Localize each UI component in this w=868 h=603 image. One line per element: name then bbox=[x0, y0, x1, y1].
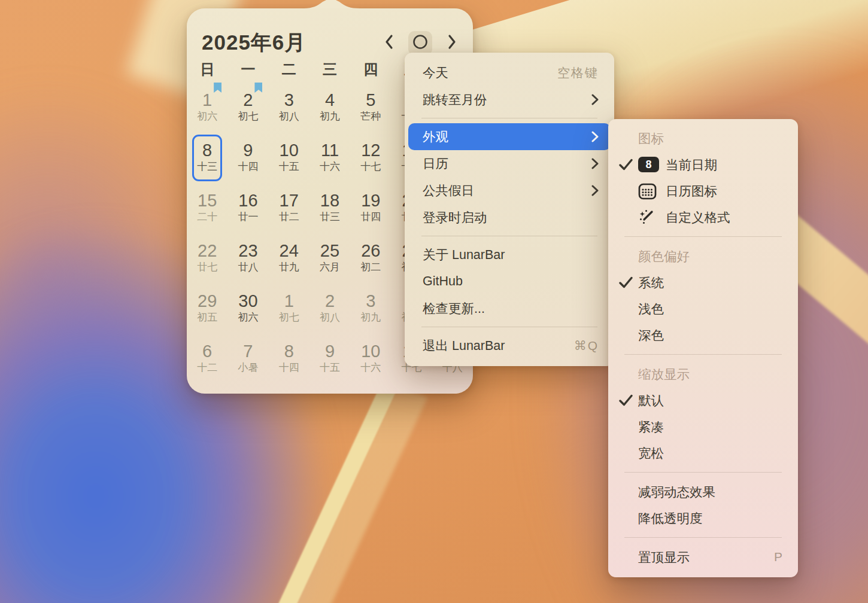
submenu-item-compact[interactable]: 紧凑 bbox=[608, 413, 798, 440]
date-cell[interactable]: 8十三 bbox=[187, 132, 227, 182]
prev-month-button[interactable] bbox=[377, 31, 400, 55]
lunar-label: 十四 bbox=[279, 361, 299, 374]
date-cell[interactable]: 4初九 bbox=[309, 81, 350, 132]
menu-item-label: 退出 LunarBar bbox=[423, 337, 574, 354]
submenu-item-label: 置顶显示 bbox=[638, 549, 774, 566]
checkmark-icon bbox=[619, 159, 638, 170]
menu-item-github[interactable]: GitHub bbox=[405, 268, 614, 295]
submenu-item-reduce-motion[interactable]: 减弱动态效果 bbox=[608, 479, 798, 505]
date-cell[interactable]: 24廿九 bbox=[269, 232, 309, 282]
weekday-header: 二 bbox=[269, 57, 309, 81]
date-cell[interactable]: 9十四 bbox=[227, 132, 268, 182]
lunar-label: 小暑 bbox=[238, 361, 258, 374]
lunar-label: 十五 bbox=[320, 361, 340, 374]
submenu-item-calendar-icon[interactable]: 日历图标 bbox=[608, 178, 798, 204]
chevron-right-icon bbox=[591, 131, 599, 142]
menu-item-label: GitHub bbox=[423, 274, 599, 289]
date-cell[interactable]: 8十四 bbox=[269, 333, 309, 383]
appearance-submenu: 图标8当前日期 日历图标 自定义格式颜色偏好系统浅色深色缩放显示默认紧凑宽松减弱… bbox=[608, 119, 798, 577]
date-cell[interactable]: 17廿二 bbox=[269, 182, 309, 232]
date-cell[interactable]: 23廿八 bbox=[227, 232, 268, 282]
submenu-item-label: 自定义格式 bbox=[666, 209, 784, 226]
submenu-item-relaxed[interactable]: 宽松 bbox=[608, 440, 798, 466]
date-number: 25 bbox=[320, 240, 339, 261]
date-number: 4 bbox=[325, 90, 335, 110]
lunar-label: 廿二 bbox=[279, 211, 299, 224]
menu-item-jump-to-month[interactable]: 跳转至月份 bbox=[405, 86, 614, 113]
date-number: 16 bbox=[238, 190, 257, 211]
date-cell[interactable]: 26初二 bbox=[350, 232, 391, 282]
lunar-label: 初七 bbox=[238, 110, 258, 123]
date-cell[interactable]: 29初五 bbox=[187, 282, 227, 333]
date-number: 10 bbox=[280, 140, 299, 160]
menu-item-about[interactable]: 关于 LunarBar bbox=[405, 241, 614, 268]
menu-item-label: 检查更新... bbox=[423, 300, 599, 317]
wallpaper-stripe-center-soft bbox=[264, 378, 428, 603]
section-header-color-section: 颜色偏好 bbox=[608, 243, 798, 269]
submenu-item-current-date[interactable]: 8当前日期 bbox=[608, 151, 798, 178]
date-number: 2 bbox=[325, 291, 335, 311]
date-cell[interactable]: 1初七 bbox=[269, 282, 309, 333]
shortcut-label: ⌘Q bbox=[574, 339, 599, 353]
submenu-item-light[interactable]: 浅色 bbox=[608, 296, 798, 322]
next-month-button[interactable] bbox=[440, 31, 464, 55]
submenu-item-label: 日历图标 bbox=[666, 182, 784, 200]
date-number: 15 bbox=[198, 190, 217, 211]
bookmark-icon bbox=[214, 83, 221, 93]
date-badge-icon: 8 bbox=[638, 157, 666, 172]
menu-item-launch-at-login[interactable]: 登录时启动 bbox=[405, 204, 614, 231]
menu-item-check-updates[interactable]: 检查更新... bbox=[405, 295, 614, 322]
date-cell[interactable]: 19廿四 bbox=[350, 182, 391, 232]
lunar-label: 初九 bbox=[320, 110, 340, 123]
date-cell[interactable]: 3初八 bbox=[269, 81, 309, 132]
date-cell[interactable]: 15二十 bbox=[187, 182, 227, 232]
date-cell[interactable]: 9十五 bbox=[309, 333, 350, 383]
date-cell[interactable]: 3初九 bbox=[350, 282, 391, 333]
lunar-label: 十七 bbox=[360, 160, 381, 173]
section-header-icon-section: 图标 bbox=[608, 125, 798, 151]
date-cell[interactable]: 5芒种 bbox=[350, 81, 391, 132]
date-cell[interactable]: 10十五 bbox=[269, 132, 309, 182]
date-cell[interactable]: 10十六 bbox=[350, 333, 391, 383]
menu-item-appearance[interactable]: 外观 bbox=[408, 123, 611, 150]
menu-item-calendar[interactable]: 日历 bbox=[405, 150, 614, 177]
date-cell[interactable]: 11十六 bbox=[309, 132, 350, 182]
menu-item-quit[interactable]: 退出 LunarBar⌘Q bbox=[405, 332, 614, 359]
menu-separator bbox=[624, 354, 782, 355]
shortcut-label: 空格键 bbox=[557, 65, 599, 81]
date-cell[interactable]: 12十七 bbox=[350, 132, 391, 182]
date-number: 6 bbox=[202, 341, 212, 361]
date-cell[interactable]: 6十二 bbox=[187, 333, 227, 383]
date-cell[interactable]: 22廿七 bbox=[187, 232, 227, 282]
date-cell[interactable]: 30初六 bbox=[227, 282, 268, 333]
date-number: 17 bbox=[280, 190, 299, 211]
date-cell[interactable]: 2初七 bbox=[227, 81, 268, 132]
submenu-item-pin-on-top[interactable]: 置顶显示P bbox=[608, 544, 798, 570]
submenu-item-label: 浅色 bbox=[638, 300, 784, 318]
submenu-item-custom-format[interactable]: 自定义格式 bbox=[608, 204, 798, 230]
date-number: 7 bbox=[243, 341, 253, 361]
submenu-item-label: 宽松 bbox=[638, 444, 784, 462]
weekday-header: 四 bbox=[350, 57, 391, 81]
menu-item-label: 跳转至月份 bbox=[423, 91, 591, 108]
submenu-item-dark[interactable]: 深色 bbox=[608, 322, 798, 348]
date-number: 29 bbox=[198, 291, 217, 311]
weekday-header: 三 bbox=[309, 57, 350, 81]
date-cell[interactable]: 1初六 bbox=[187, 81, 227, 132]
weekday-header: 日 bbox=[187, 57, 227, 81]
menu-item-today[interactable]: 今天空格键 bbox=[405, 59, 614, 86]
date-cell[interactable]: 2初八 bbox=[309, 282, 350, 333]
date-cell[interactable]: 18廿三 bbox=[309, 182, 350, 232]
submenu-item-default[interactable]: 默认 bbox=[608, 387, 798, 413]
date-cell[interactable]: 7小暑 bbox=[227, 333, 268, 383]
date-cell[interactable]: 16廿一 bbox=[227, 182, 268, 232]
date-number: 9 bbox=[325, 341, 335, 361]
lunar-label: 初五 bbox=[197, 311, 217, 324]
date-cell[interactable]: 25六月 bbox=[309, 232, 350, 282]
today-button[interactable] bbox=[408, 31, 432, 55]
menu-item-public-holidays[interactable]: 公共假日 bbox=[405, 177, 614, 204]
submenu-item-system[interactable]: 系统 bbox=[608, 269, 798, 296]
submenu-item-reduce-transparency[interactable]: 降低透明度 bbox=[608, 505, 798, 531]
date-number: 18 bbox=[320, 190, 339, 211]
date-number: 11 bbox=[321, 140, 339, 160]
